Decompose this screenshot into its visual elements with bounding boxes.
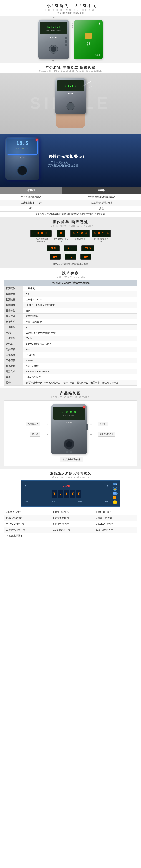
lcd-display-2: 0 [57,230,65,237]
specs-label: 防护等级 [4,347,23,352]
lcd-display-3: 0 1 0 0 [70,230,90,237]
specs-row: 工作湿度5~90%RH [4,358,137,363]
specs-value: 专为USB微型接口充电器 [23,341,137,347]
yes-display-2: YES [64,245,77,251]
lcd-section: 液晶显示屏标识符号意义 LCD screen logo symbol meani… [0,469,141,541]
lcd-legend-item: 4 USB标识图示 [4,515,51,521]
specs-row: 工作温度10~40°C [4,352,137,358]
alarm-description: 独特声光振报警设计 让气体浓度在达到 高低报警值时能够迅速提醒 [45,154,136,167]
lcd-right-icons: USB 🔒 📶 💡 [111,483,117,504]
alarm-hero-section: 18.5 AL-L AL-H ZERO ■hdar 独特声光振报警设计 让气体浓… [0,133,141,187]
structure-title-cn: 产品结构图 [4,391,137,396]
device-front-view: 5.8cm 9.2cm 8.8.8.8 AL-L AL-H ZERO ■hdar [38,20,69,59]
struct-bottom-label: 数据调试/开关存储 [7,457,134,462]
lcd-legend-item: 7 % VOL单位符号 [4,521,51,527]
lcd-legend-row: 10 起泡气功能符号11 校准开启符号12 返回显示控单 [4,527,137,533]
alarm-row-full: 开启报警后声光和振动同时附显 同时检测到高低报警优先执行高报警动作 [0,212,141,217]
no-displays-row: no no no [0,253,141,261]
alarm-row-high: 蜂鸣器更加更快高频报警声 [62,194,141,200]
struct-right-labels: 指示灯 开机键/确认键 [91,422,115,437]
alarm-header-high: 高警报 [62,187,141,194]
specs-row: 工作电压3.7V [4,324,137,330]
no-display-1: no [49,254,61,260]
specs-value: IP65 [23,347,137,352]
alarm-table-section: 低警报 高警报 蜂鸣器低高频报警声蜂鸣器更加更快高频报警声红蓝报警指示灯闪烁红蓝… [0,187,141,217]
device-center: 8.8.8.8 AL-L AL-H ZERO ■hdar [51,404,87,454]
specs-value: 2种 [23,291,137,297]
top-product-row: 5.8cm 9.2cm 8.8.8.8 AL-L AL-H ZERO ■hdar [0,16,141,63]
specs-value: 液晶数字显示 [23,314,137,319]
lcd-displays-row: 8.8.8.8. 开机后动态直观进入仪器界面 0 有充要繁的仪器设置 0 1 0… [0,228,141,244]
specs-value: 5~90%RH [23,358,137,363]
specs-label: 重量 [4,374,23,380]
specs-section: 技术参数 TECHNICAL PARAMETERS HG-MCK-CLOM一手进… [0,268,141,388]
lcd-legend-item: 3 警报图示符号 [94,509,137,515]
operation-title-cn: 操作简单 响应迅速 [4,220,137,224]
struct-left-labels: 气体感应区 显示区 [26,422,48,437]
alarm-row-high: 红蓝报警指示灯闪烁 [62,200,141,206]
struct-label-sensor: 气体感应区 [26,422,48,426]
lcd-display-mockup: S ALARM C 8 . 8 8 8 AL-L AL-H ZERO CAL [21,480,120,507]
lcd-legend-row: 7 % VOL单位符号8 PPM单位符号9 %LEL单位符号 [4,521,137,527]
specs-value: 25小时 [23,336,137,341]
operation-section: 操作简单 响应迅速 THE OPERATION IS SIMPLE AND QU… [0,217,141,228]
feature1-cn: 体小质轻 手感舒适 按键灵敏 [4,65,137,69]
alarm-row-low: 振动 [0,206,63,212]
specs-row: 防护等级IP65 [4,347,137,352]
yes-display-1: YES [46,245,60,251]
lcd-legend-row: 1 电量图示符号2 数据传输符号3 警报图示符号 [4,509,137,515]
specs-row: 电池1800mAh可充电聚合物锂电池 [4,330,137,336]
lcd-legend-item: 8 PPM单位符号 [51,521,94,527]
lcd-legend-item: 12 返回显示控单 [94,527,137,533]
lcd-step2: 0 有充要繁的仪器设置 [54,230,69,243]
specs-value: 150g（含电池） [23,374,137,380]
lcd-legend-row: 4 USB标识图示5 声音开启图示6 震动开启图示 [4,515,137,521]
structure-layout: 气体感应区 显示区 8.8.8.8 AL-L AL-H [7,404,134,454]
nfc-card-view: )) 云闪付 ✦ [74,20,103,59]
specs-label: 电池 [4,330,23,336]
specs-value: 二氧化氮 [23,286,137,291]
specs-label: 工作电压 [4,324,23,330]
specs-label: 报警方式 [4,319,23,324]
slogan-en: A LITTLE ACTION MAKES A BIG DIFFERENCE [4,9,137,11]
specs-header-row: HG-MCK-CLOM一手进四气体检测仪 [4,280,137,286]
specs-row: 检测气体二氧化氮 [4,286,137,291]
lcd-legend-item: 2 数据传输符号 [51,509,94,515]
device-in-hand: 8.8.8.8 ■hdar [52,78,89,128]
specs-row: 外壳材料ABS工程材料 [4,363,137,369]
specs-model-value: HG-MCK-CLOM一手进四气体检测仪 [4,280,137,286]
specs-label: 充电器 [4,341,23,347]
alarm-header-low: 低警报 [0,187,63,194]
specs-value: 二氧化 0-20ppm [23,297,137,303]
specs-label: 显示技术 [4,314,23,319]
slogan-sub: —— 先进的安全保护 就在您身边 —— [4,11,137,14]
lcd-display-1: 8.8.8.8. [30,230,51,237]
lcd-title-cn: 液晶显示屏标识符号意义 [4,471,137,475]
lcd-legend-item: 11 校准开启符号 [51,527,94,533]
alarm-device: 18.5 AL-L AL-H ZERO ■hdar [5,137,45,184]
lcd-main-digits: S ALARM C 8 . 8 8 8 AL-L AL-H ZERO CAL [24,485,109,502]
alarm-row-high: 振动 [62,206,141,212]
specs-value: 声光、震动报警 [23,319,137,324]
specs-row: 重量150g（含电池） [4,374,137,380]
lcd-title-en: LCD screen logo symbol meaning [4,476,137,478]
specs-row: 配件使用说明书一份、气体检测仪一台、指南针一套、固定夹一套、表带一套、磁性充电器… [4,380,137,385]
lcd-step3: 0 1 0 0 高低报警设置 [70,230,90,240]
specs-row: 检测数量2种 [4,291,137,297]
structure-section: 产品结构图 PRODUCT STRUCTURE DRAWING 气体感应区 显示… [0,388,141,469]
specs-label: 工作温度 [4,352,23,358]
specs-value: 92mm×58mm×28.5mm [23,369,137,374]
alarm-comparison-table: 低警报 高警报 蜂鸣器低高频报警声蜂鸣器更加更快高频报警声红蓝报警指示灯闪烁红蓝… [0,187,141,217]
specs-row: 外形尺寸92mm×58mm×28.5mm [4,369,137,374]
specs-label: 工作湿度 [4,358,23,363]
no-display-2: no [65,254,76,260]
lcd-step4: 0 0 5 0 校准液浓度设置选择 [92,230,111,243]
lcd-display-4: 0 0 5 0 [92,230,111,237]
main-slogan: "小"有所为 "大"有不同 [4,3,137,8]
specs-label: 检测气体 [4,286,23,291]
specs-table: HG-MCK-CLOM一手进四气体检测仪 检测气体二氧化氮检测数量2种检测范围二… [4,280,137,385]
confirm-label: 确认方式一键确定 使用安全放心安心 [0,261,141,268]
specs-value: 3.7V [23,324,137,330]
structure-title-en: PRODUCT STRUCTURE DRAWING [4,396,137,398]
specs-value: ABS工程材料 [23,363,137,369]
